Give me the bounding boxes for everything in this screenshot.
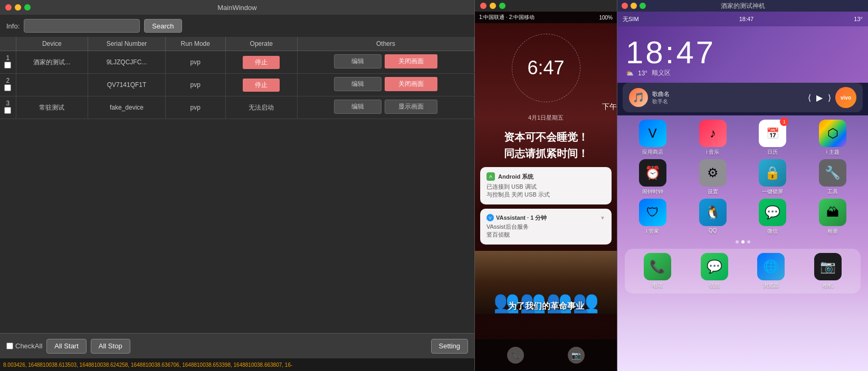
phone-locked-traffic: [480, 3, 505, 9]
camera-icon[interactable]: 📷: [568, 347, 585, 364]
search-input[interactable]: [24, 19, 140, 33]
settings-icon: ⚙: [699, 159, 727, 187]
app-icon-wrap-settings[interactable]: ⚙ 设置: [692, 159, 734, 196]
log-bar: 8.003426, 1648810038.613503, 1648810038.…: [0, 358, 474, 371]
carrier-info: 1:中国联通 · 2:中国移动: [479, 14, 535, 21]
app-icon-wrap-store[interactable]: V 应用商店: [632, 120, 674, 156]
table-row: 2 QV7141QF1T pvp 停止 编辑 关闭画面: [0, 74, 474, 96]
i-theme-icon: ⬡: [819, 120, 846, 147]
runmode-3: pvp: [166, 96, 226, 119]
notif-title-2: VAssistant · 1 分钟: [496, 214, 547, 222]
notif-body-1a: 已连接到 USB 调试: [487, 183, 605, 191]
home-weather: 13°: [854, 16, 863, 22]
play-button[interactable]: ▶: [816, 93, 823, 103]
maximize-button[interactable]: [24, 4, 31, 11]
close-screen-button-2[interactable]: 关闭画面: [385, 77, 437, 91]
edit-button-3[interactable]: 编辑: [334, 100, 381, 114]
all-stop-button[interactable]: All Stop: [91, 339, 130, 354]
slogan-1: 资本可不会睡觉！: [504, 130, 588, 144]
app-icon-wrap-lockscreen[interactable]: 🔒 一键锁屏: [751, 159, 794, 196]
music-controls: ⟨ ▶ ⟩: [808, 93, 831, 103]
check-all-label: CheckAll: [15, 342, 42, 350]
home-max-btn[interactable]: [640, 3, 646, 9]
notif-header-2: V VAssistant · 1 分钟 ▼: [487, 214, 605, 222]
dock-camera[interactable]: 📷 相机: [807, 253, 849, 289]
location-text: 顺义区: [652, 69, 671, 77]
row-checkbox-1[interactable]: [4, 62, 11, 69]
tools-label: 工具: [827, 188, 838, 196]
edit-button-2[interactable]: 编辑: [334, 77, 381, 91]
stop-button-1[interactable]: 停止: [243, 56, 280, 69]
app-icon-wrap-wechat[interactable]: 💬 微信: [751, 199, 794, 235]
edit-button-1[interactable]: 编辑: [334, 54, 381, 69]
notif-title-1: Android 系统: [498, 173, 533, 181]
operate-cell-1: 停止: [225, 51, 297, 74]
check-all-checkbox[interactable]: [6, 343, 13, 349]
dock-phone-label: 电话: [652, 282, 663, 289]
all-start-button[interactable]: All Start: [46, 339, 87, 354]
row-checkbox-3[interactable]: [4, 107, 11, 114]
dock-browser[interactable]: 🌐 浏览器: [750, 253, 792, 289]
phone-locked-min[interactable]: [490, 3, 496, 9]
row-index: 1: [0, 51, 16, 74]
home-close-btn[interactable]: [622, 3, 628, 9]
notif-body-2b: 竖百侦舰: [487, 231, 605, 239]
col-operate: Operate: [225, 37, 297, 51]
home-min-btn[interactable]: [631, 3, 637, 9]
minimize-button[interactable]: [15, 4, 21, 11]
home-window-title: 酒家的测试神机: [721, 2, 765, 11]
home-time: 18:47: [739, 16, 754, 22]
app-icon-wrap-theme[interactable]: ⬡ i 主题: [812, 120, 854, 156]
stop-button-2[interactable]: 停止: [243, 79, 280, 92]
phone-icon[interactable]: 📞: [507, 347, 524, 364]
notification-card-1: A Android 系统 已连接到 USB 调试 与控制员 关闭 USB 示式: [480, 167, 612, 204]
music-widget: 🎵 歌曲名 歌手名 ⟨ ▶ ⟩ vivo: [623, 83, 863, 112]
runmode-2: pvp: [166, 74, 226, 96]
phone-home-panel: 酒家的测试神机 无SIM 18:47 13° 18:47 ⛅ 13° 顺义区 🎵…: [617, 0, 868, 371]
check-all-wrap: CheckAll: [6, 342, 42, 350]
setting-button[interactable]: Setting: [431, 339, 468, 354]
phone-locked-panel: 1:中国联通 · 2:中国移动 100% 6:47 下午 4月1日星期五 资本可…: [475, 0, 617, 371]
title-bar: MainWindow: [0, 0, 474, 15]
app-icon-wrap-music[interactable]: ♪ i 音乐: [692, 120, 734, 156]
page-dot-3: [747, 240, 750, 243]
phone-locked-max[interactable]: [499, 3, 505, 9]
device-name-1: 酒家的测试...: [16, 51, 88, 74]
notif-body-2a: VAssist后台服务: [487, 223, 605, 231]
phone-lock-content: 6:47 下午 4月1日星期五 资本可不会睡觉！ 同志请抓紧时间！ A Andr…: [475, 23, 617, 339]
battery-info: 100%: [599, 15, 613, 21]
calendar-badge: 1: [780, 118, 788, 126]
big-time: 18:47: [626, 37, 860, 69]
col-device: Device: [16, 37, 88, 51]
clock-circle: 6:47: [512, 34, 580, 102]
slogan-2: 同志请抓紧时间！: [504, 147, 588, 161]
dock-phone-icon: 📞: [644, 253, 671, 280]
qq-label: QQ: [709, 228, 717, 233]
show-screen-button-3[interactable]: 显示画面: [385, 100, 437, 114]
close-button[interactable]: [5, 4, 12, 11]
phone-locked-close[interactable]: [480, 3, 487, 9]
app-store-icon: V: [639, 120, 666, 147]
traffic-lights: [5, 4, 31, 11]
notif-body-1b: 与控制员 关闭 USB 示式: [487, 191, 605, 199]
revolution-overlay: 为了我们的革命事业: [475, 301, 617, 312]
col-checkbox: [0, 37, 16, 51]
app-icon-wrap-clock[interactable]: ⏰ 闹钟时钟: [632, 159, 674, 196]
prev-button[interactable]: ⟨: [808, 93, 811, 103]
close-screen-button-1[interactable]: 关闭画面: [385, 54, 437, 69]
i-manager-icon: 🛡: [639, 199, 666, 226]
dock-messages-label: 信息: [709, 282, 720, 289]
notif-header-1: A Android 系统: [487, 172, 605, 181]
dock: 📞 电话 💬 信息 🌐 浏览器 📷 相机: [625, 249, 861, 294]
dock-messages[interactable]: 💬 信息: [693, 253, 736, 289]
app-icon-wrap-photos[interactable]: 🏔 相册: [812, 199, 854, 235]
dock-phone[interactable]: 📞 电话: [636, 253, 679, 289]
app-icon-wrap-qq[interactable]: 🐧 QQ: [692, 199, 734, 235]
app-icon-wrap-calendar[interactable]: 📅 日历 1: [751, 120, 794, 156]
search-button[interactable]: Search: [144, 19, 182, 33]
app-icon-wrap-tools[interactable]: 🔧 工具: [812, 159, 854, 196]
app-icon-wrap-manager[interactable]: 🛡 i 管家: [632, 199, 674, 235]
operate-cell-2: 停止: [225, 74, 297, 96]
row-checkbox-2[interactable]: [4, 84, 11, 91]
next-button[interactable]: ⟩: [828, 93, 831, 103]
